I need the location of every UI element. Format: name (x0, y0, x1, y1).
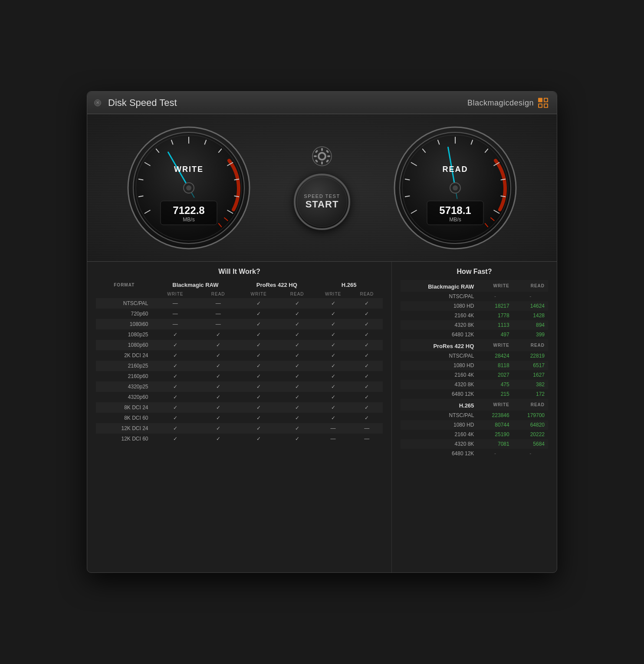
brand-sq-2 (544, 98, 548, 102)
row-label: NTSC/PAL (96, 298, 153, 309)
cell-value: ✓ (153, 329, 198, 340)
cell-value: ✓ (279, 402, 315, 413)
cell-value: ✓ (198, 402, 238, 413)
cell-value: ✓ (279, 298, 315, 309)
h265-header: H.265 (315, 280, 383, 290)
table-row: 1080p25✓✓✓✓✓✓ (96, 329, 383, 340)
app-title: Disk Speed Test (108, 97, 177, 108)
cell-value: ✓ (279, 329, 315, 340)
table-row: 4320 8K70815684 (401, 439, 548, 449)
cell-value: — (198, 309, 238, 319)
cell-value: ✓ (315, 298, 351, 309)
row-label: 720p60 (96, 309, 153, 319)
start-button-label-top: SPEED TEST (304, 194, 340, 199)
cell-value: ✓ (315, 350, 351, 361)
table-row: 6480 12K497399 (401, 330, 548, 339)
cell-value: ✓ (238, 413, 279, 423)
brand-logo: Blackmagicdesign (467, 98, 548, 108)
table-row: 12K DCI 60✓✓✓✓—— (96, 434, 383, 444)
svg-rect-30 (327, 155, 330, 157)
svg-rect-29 (314, 155, 317, 157)
cell-value: ✓ (198, 423, 238, 434)
cell-value: ✓ (315, 381, 351, 392)
hf-section-name: ProRes 422 HQ (401, 339, 477, 351)
table-row: 4320p25✓✓✓✓✓✓ (96, 381, 383, 392)
hf-row-label: NTSC/PAL (401, 292, 477, 301)
cell-value: ✓ (198, 434, 238, 444)
row-label: 12K DCI 24 (96, 423, 153, 434)
hf-write-col-header: WRITE (477, 280, 513, 292)
cell-value: ✓ (279, 340, 315, 350)
hf-read-value: 382 (513, 380, 548, 389)
cell-value: ✓ (198, 361, 238, 371)
table-row: 2160 4K2519020222 (401, 430, 548, 439)
cell-value: ✓ (315, 361, 351, 371)
hf-section-header-row: Blackmagic RAWWRITEREAD (401, 280, 548, 292)
svg-text:WRITE: WRITE (174, 165, 204, 174)
cell-value: ✓ (279, 350, 315, 361)
center-controls: SPEED TEST START (294, 146, 350, 230)
svg-text:MB/s: MB/s (450, 217, 461, 223)
cell-value: ✓ (238, 350, 279, 361)
cell-value: — (153, 309, 198, 319)
hf-read-value: 20222 (513, 430, 548, 439)
table-row: NTSC/PAL-- (401, 292, 548, 301)
hf-write-value: 223846 (477, 411, 513, 420)
cell-value: ✓ (238, 392, 279, 402)
read-gauge: READ 5718.1 MB/s (392, 125, 518, 251)
hf-row-label: 1080 HD (401, 301, 477, 311)
cell-value: ✓ (315, 392, 351, 402)
svg-rect-27 (321, 148, 323, 151)
cell-value: ✓ (351, 392, 383, 402)
cell-value: ✓ (279, 434, 315, 444)
hf-row-label: 6480 12K (401, 330, 477, 339)
cell-value: ✓ (238, 361, 279, 371)
hf-row-label: 6480 12K (401, 449, 477, 458)
cell-value: ✓ (238, 371, 279, 381)
hf-write-value: 18217 (477, 301, 513, 311)
table-row: 4320p60✓✓✓✓✓✓ (96, 392, 383, 402)
cell-value: ✓ (351, 340, 383, 350)
cell-value: ✓ (279, 381, 315, 392)
hf-read-value: 22819 (513, 351, 548, 361)
cell-value: ✓ (351, 319, 383, 329)
hf-section-name: H.265 (401, 399, 477, 411)
hf-row-label: NTSC/PAL (401, 411, 477, 420)
table-row: 2K DCI 24✓✓✓✓✓✓ (96, 350, 383, 361)
how-fast-table: Blackmagic RAWWRITEREADNTSC/PAL--1080 HD… (401, 280, 548, 458)
row-label: 8K DCI 60 (96, 413, 153, 423)
svg-text:7122.8: 7122.8 (173, 204, 204, 216)
cell-value: — (198, 319, 238, 329)
cell-value: ✓ (315, 371, 351, 381)
cell-value: ✓ (198, 381, 238, 392)
cell-value: ✓ (279, 319, 315, 329)
row-label: 1080p25 (96, 329, 153, 340)
hf-write-value: 1778 (477, 311, 513, 320)
table-row: NTSC/PAL——✓✓✓✓ (96, 298, 383, 309)
hf-read-value: 1428 (513, 311, 548, 320)
hf-row-label: 2160 4K (401, 430, 477, 439)
brand-sq-4 (544, 103, 548, 108)
hf-read-col-header: READ (513, 399, 548, 411)
table-row: 1080p60✓✓✓✓✓✓ (96, 340, 383, 350)
start-button[interactable]: SPEED TEST START (294, 174, 350, 230)
cell-value: ✓ (279, 309, 315, 319)
prores-header: ProRes 422 HQ (238, 280, 315, 290)
how-fast-panel: How Fast? Blackmagic RAWWRITEREADNTSC/PA… (392, 262, 557, 572)
cell-value: ✓ (198, 392, 238, 402)
how-fast-title: How Fast? (401, 262, 548, 280)
cell-value: ✓ (315, 413, 351, 423)
prores-read-header: READ (279, 290, 315, 298)
gear-icon[interactable] (312, 146, 332, 167)
hf-write-value: 497 (477, 330, 513, 339)
close-button[interactable]: ✕ (94, 99, 101, 106)
cell-value: ✓ (238, 329, 279, 340)
hf-row-label: 4320 8K (401, 380, 477, 389)
svg-text:5718.1: 5718.1 (440, 204, 471, 216)
bmraw-read-header: READ (198, 290, 238, 298)
cell-value: ✓ (351, 413, 383, 423)
bmraw-write-header: WRITE (153, 290, 198, 298)
cell-value: ✓ (279, 392, 315, 402)
cell-value: ✓ (279, 423, 315, 434)
will-it-work-panel: Will It Work? FORMAT Blackmagic RAW ProR… (87, 262, 392, 572)
